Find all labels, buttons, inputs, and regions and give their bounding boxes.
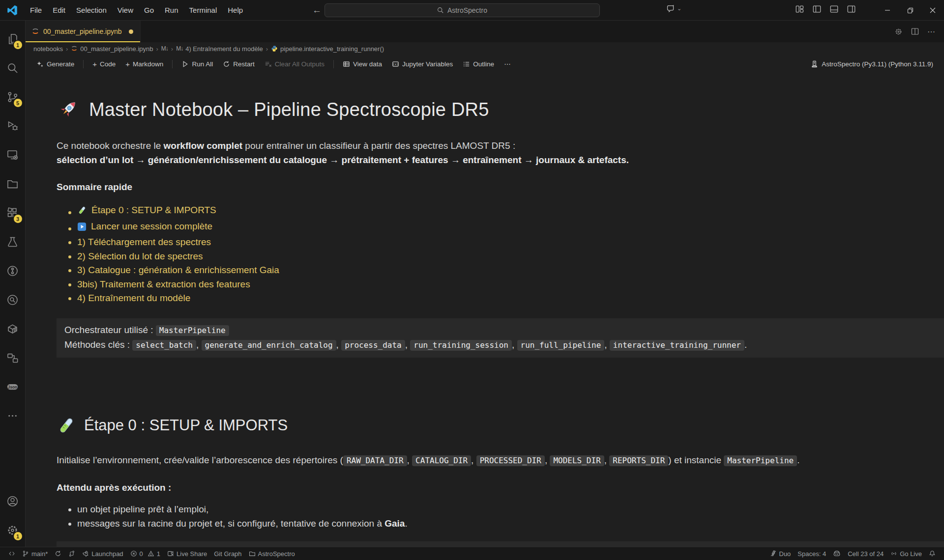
menu-run[interactable]: Run <box>159 3 184 17</box>
restore-button[interactable] <box>899 0 921 21</box>
problems-status[interactable]: 0 1 <box>127 547 164 560</box>
notifications-bell-icon[interactable] <box>925 547 939 560</box>
launchpad-status[interactable]: Launchpad <box>79 547 126 560</box>
kernel-icon <box>811 60 818 68</box>
toolbar-divider <box>172 60 173 68</box>
toc-item-3bis[interactable]: 3bis) Traitement & extraction des featur… <box>77 278 919 292</box>
menu-view[interactable]: View <box>112 3 139 17</box>
breadcrumb-file[interactable]: 00_master_pipeline.ipynb <box>71 45 153 53</box>
menu-help[interactable]: Help <box>222 3 248 17</box>
live-share-status[interactable]: Live Share <box>164 547 210 560</box>
markdown-icon: M↓ <box>176 45 183 52</box>
sync-changes-button[interactable] <box>51 547 65 560</box>
python-icon <box>271 45 278 52</box>
toolbar-more-button[interactable]: ⋯ <box>500 58 515 70</box>
sidebar-item-extensions[interactable]: 3 <box>1 198 25 227</box>
menu-edit[interactable]: Edit <box>47 3 71 17</box>
breadcrumb-separator: › <box>66 45 68 53</box>
breadcrumb-cell-markdown-icon[interactable]: M↓ <box>161 45 168 52</box>
activity-bar: 1 5 <box>0 21 26 547</box>
toc-item-session[interactable]: Lancer une session complète <box>77 220 919 235</box>
run-all-button[interactable]: Run All <box>177 58 217 70</box>
intro-paragraph: Ce notebook orchestre le workflow comple… <box>57 139 919 167</box>
add-markdown-cell-button[interactable]: +Markdown <box>121 58 167 70</box>
restart-button[interactable]: Restart <box>219 58 259 70</box>
toc-item-1[interactable]: 1) Téléchargement des spectres <box>77 235 919 250</box>
toc-item-4[interactable]: 4) Entraînement du modèle <box>77 291 919 306</box>
sidebar-item-gitlens-inspect[interactable] <box>1 285 25 314</box>
sidebar-item-explorer[interactable]: 1 <box>1 25 25 54</box>
sidebar-item-git-graph[interactable] <box>1 256 25 285</box>
duo-status[interactable]: Duo <box>767 547 795 560</box>
back-arrow-icon[interactable]: ← <box>312 5 322 16</box>
info-note-block: UI interactive d’entraînement : disponib… <box>57 541 944 547</box>
sidebar-item-project-graph[interactable] <box>1 343 25 372</box>
toolbar-divider <box>333 60 334 68</box>
sidebar-item-remote-explorer[interactable] <box>1 140 25 169</box>
sidebar-item-folder[interactable] <box>1 169 25 198</box>
cell-indicator[interactable]: Cell 23 of 24 <box>844 547 887 560</box>
toc-item-2[interactable]: 2) Sélection du lot de spectres <box>77 250 919 264</box>
toggle-secondary-sidebar-icon[interactable] <box>847 5 856 13</box>
notebook-content: Master Notebook – Pipeline Spectroscopie… <box>26 73 944 547</box>
view-data-button[interactable]: View data <box>339 58 386 70</box>
sidebar-item-testing[interactable] <box>1 227 25 256</box>
outline-button[interactable]: Outline <box>459 58 498 70</box>
sidebar-item-container[interactable] <box>1 314 25 343</box>
attendu-heading: Attendu après exécution : <box>57 482 919 493</box>
kernel-picker[interactable]: AstroSpectro (Py3.11) (Python 3.11.9) <box>811 60 933 68</box>
test-tube-emoji-icon <box>57 416 76 435</box>
extensions-badge: 3 <box>14 215 22 223</box>
copilot-menu[interactable]: ⌄ <box>666 4 681 13</box>
toggle-panel-icon[interactable] <box>830 5 838 13</box>
sidebar-item-search[interactable] <box>1 54 25 83</box>
test-tube-emoji-icon <box>77 205 87 215</box>
git-compare-status[interactable] <box>65 547 79 560</box>
go-live-button[interactable]: Go Live <box>887 547 925 560</box>
minimize-button[interactable] <box>876 0 899 21</box>
editor-more-actions-icon[interactable]: ⋯ <box>927 27 935 36</box>
add-code-cell-button[interactable]: +Code <box>88 58 119 70</box>
menu-bar: File Edit Selection View Go Run Terminal… <box>25 3 248 17</box>
git-graph-status[interactable]: Git Graph <box>210 547 245 560</box>
sidebar-item-run-debug[interactable] <box>1 112 25 140</box>
toc-item-etape0[interactable]: Étape 0 : SETUP & IMPORTS <box>77 203 919 220</box>
list-item: messages sur la racine du projet et, si … <box>77 516 919 531</box>
menu-selection[interactable]: Selection <box>71 3 112 17</box>
sidebar-item-json[interactable]: Json <box>1 372 25 401</box>
close-window-button[interactable] <box>921 0 944 21</box>
sidebar-item-more[interactable] <box>1 401 25 430</box>
menu-terminal[interactable]: Terminal <box>184 3 223 17</box>
menu-file[interactable]: File <box>25 3 47 17</box>
list-item: un objet pipeline prêt à l’emploi, <box>77 502 919 516</box>
accounts-icon[interactable] <box>1 487 25 516</box>
modified-dot-icon[interactable] <box>129 29 133 34</box>
table-of-contents: Étape 0 : SETUP & IMPORTS Lancer une ses… <box>77 203 919 306</box>
copilot-status-icon[interactable] <box>829 547 844 560</box>
breadcrumb-method[interactable]: pipeline.interactive_training_runner() <box>271 45 384 53</box>
toc-item-3[interactable]: 3) Catalogue : génération & enrichisseme… <box>77 263 919 278</box>
notebook-settings-gear-icon[interactable] <box>894 28 903 36</box>
tab-00-master-pipeline[interactable]: 00_master_pipeline.ipynb <box>26 21 141 42</box>
spaces-indicator[interactable]: Spaces: 4 <box>794 547 829 560</box>
search-icon <box>437 7 444 14</box>
quote-line-2: Méthodes clés : select_batch, generate_a… <box>64 337 936 352</box>
generate-button[interactable]: Generate <box>32 58 78 70</box>
sidebar-item-source-control[interactable]: 5 <box>1 83 25 112</box>
menu-go[interactable]: Go <box>139 3 159 17</box>
breadcrumb-root[interactable]: notebooks <box>33 45 63 53</box>
split-editor-icon[interactable] <box>911 28 919 35</box>
breadcrumb-section[interactable]: M↓ 4) Entraînement du modèle <box>176 45 263 53</box>
remote-indicator[interactable] <box>5 547 19 560</box>
play-button-emoji-icon <box>77 222 87 231</box>
toggle-primary-sidebar-icon[interactable] <box>813 5 821 13</box>
status-bar: main* Launchpad 0 1 Live Share Git Graph… <box>0 547 944 560</box>
tab-bar: 00_master_pipeline.ipynb ⋯ <box>26 21 944 42</box>
git-branch-status[interactable]: main* <box>19 547 51 560</box>
customize-layout-icon[interactable] <box>796 5 804 13</box>
jupyter-variables-button[interactable]: (x) Jupyter Variables <box>388 58 457 70</box>
command-center-search[interactable]: AstroSpectro <box>324 3 600 17</box>
settings-gear-icon[interactable]: 1 <box>1 516 25 545</box>
clear-all-outputs-button[interactable]: Clear All Outputs <box>261 58 328 70</box>
project-status[interactable]: AstroSpectro <box>245 547 298 560</box>
